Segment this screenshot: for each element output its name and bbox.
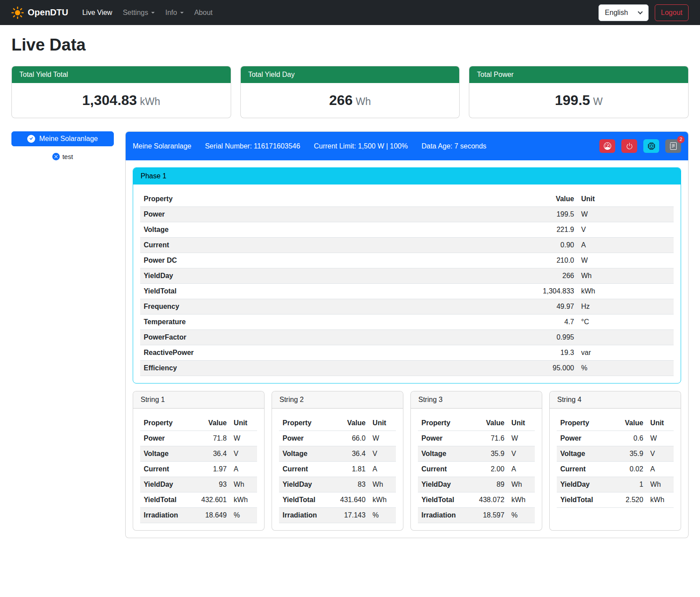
total-yield-day-card: Total Yield Day 266Wh: [240, 66, 460, 118]
table-row: YieldDay266Wh: [140, 268, 674, 284]
brand-label: OpenDTU: [28, 7, 68, 18]
value-cell: 18.597: [469, 508, 508, 523]
inverter-panel-body: Phase 1 Property Value Unit Power199.5WV…: [126, 160, 688, 538]
property-cell: Current: [557, 462, 608, 477]
column-header-property: Property: [140, 192, 497, 207]
value-cell: 1,304.833: [497, 284, 577, 299]
device-info-button[interactable]: [643, 139, 659, 153]
value-cell: 0.6: [608, 431, 647, 446]
inverter-sidebar: Meine Solaranlage test: [11, 131, 114, 160]
value-cell: 266: [497, 268, 577, 284]
column-header-unit: Unit: [508, 416, 535, 431]
event-log-button[interactable]: 2: [665, 139, 681, 153]
card-body: 1,304.83kWh: [12, 83, 231, 118]
table-row: Voltage36.4V: [279, 446, 396, 462]
property-cell: YieldTotal: [418, 492, 469, 508]
unit-cell: W: [577, 253, 674, 268]
column-header-value: Value: [608, 416, 647, 431]
property-cell: YieldTotal: [557, 492, 608, 508]
table-row: Power71.8W: [140, 431, 257, 446]
test-label: test: [62, 153, 73, 160]
unit-cell: V: [230, 446, 257, 462]
content: Meine Solaranlage test Meine Solaranlage…: [11, 131, 689, 538]
cpu-icon: [648, 142, 655, 150]
test-item[interactable]: test: [11, 153, 114, 160]
column-header-value: Value: [497, 192, 577, 207]
nav-right: English Logout: [598, 4, 689, 21]
value-cell: 36.4: [192, 446, 230, 462]
property-cell: YieldDay: [279, 477, 330, 492]
string-body: Property Value Unit Power71.6WVoltage35.…: [411, 409, 542, 530]
nav-about[interactable]: About: [189, 5, 218, 20]
data-age: Data Age: 7 seconds: [421, 142, 486, 150]
inverter-select-button[interactable]: Meine Solaranlage: [11, 131, 114, 146]
column-header-property: Property: [418, 416, 469, 431]
phase-card: Phase 1 Property Value Unit Power199.5WV…: [133, 167, 681, 384]
nav-info[interactable]: Info: [160, 5, 189, 20]
phase-table: Property Value Unit Power199.5WVoltage22…: [140, 192, 674, 376]
string-table-body: Power0.6WVoltage35.9VCurrent0.02AYieldDa…: [557, 431, 674, 508]
nav-settings[interactable]: Settings: [117, 5, 160, 20]
table-header-row: Property Value Unit: [140, 416, 257, 431]
table-row: Voltage36.4V: [140, 446, 257, 462]
unit-cell: A: [230, 462, 257, 477]
property-cell: Voltage: [557, 446, 608, 462]
value-cell: 2.00: [469, 462, 508, 477]
string-table: Property Value Unit Power0.6WVoltage35.9…: [557, 416, 674, 508]
card-title: Total Power: [469, 66, 688, 83]
language-value: English: [605, 9, 628, 17]
nav-info-label: Info: [165, 9, 177, 17]
unit-cell: %: [508, 508, 535, 523]
card-unit: Wh: [355, 96, 371, 107]
unit-cell: V: [369, 446, 396, 462]
property-cell: Power DC: [140, 253, 497, 268]
unit-cell: A: [577, 238, 674, 253]
inverter-name: Meine Solaranlage: [133, 142, 191, 150]
language-select[interactable]: English: [598, 4, 649, 21]
table-row: Frequency49.97Hz: [140, 299, 674, 315]
table-row: PowerFactor0.995: [140, 330, 674, 345]
chevron-down-icon: [638, 9, 642, 14]
sun-icon: [11, 7, 24, 19]
value-cell: 66.0: [330, 431, 369, 446]
nav-live-view[interactable]: Live View: [77, 5, 117, 20]
brand[interactable]: OpenDTU: [11, 7, 68, 19]
table-row: Irradiation17.143%: [279, 508, 396, 523]
logout-button[interactable]: Logout: [655, 4, 689, 21]
string-2-card: String 2 Property Value Unit: [272, 391, 403, 531]
unit-cell: W: [369, 431, 396, 446]
column-header-unit: Unit: [230, 416, 257, 431]
event-count-badge: 2: [677, 136, 685, 143]
column-header-value: Value: [192, 416, 230, 431]
unit-cell: Wh: [369, 477, 396, 492]
string-title: String 4: [550, 391, 681, 409]
value-cell: 438.072: [469, 492, 508, 508]
table-row: Voltage35.9V: [557, 446, 674, 462]
navbar: OpenDTU Live View Settings Info About En…: [0, 0, 700, 25]
limit-settings-button[interactable]: [599, 139, 615, 153]
value-cell: 19.3: [497, 345, 577, 361]
property-cell: Voltage: [140, 446, 192, 462]
table-row: Power66.0W: [279, 431, 396, 446]
property-cell: Current: [418, 462, 469, 477]
table-row: Current1.97A: [140, 462, 257, 477]
property-cell: YieldTotal: [140, 492, 192, 508]
table-row: Current0.90A: [140, 238, 674, 253]
table-row: YieldTotal1,304.833kWh: [140, 284, 674, 299]
total-yield-total-card: Total Yield Total 1,304.83kWh: [11, 66, 231, 118]
nav-links: Live View Settings Info About: [77, 5, 218, 20]
table-row: Power0.6W: [557, 431, 674, 446]
table-row: Power199.5W: [140, 207, 674, 222]
power-toggle-button[interactable]: [621, 139, 637, 153]
card-unit: W: [593, 96, 603, 107]
current-limit: Current Limit: 1,500 W | 100%: [314, 142, 408, 150]
table-row: Irradiation18.597%: [418, 508, 535, 523]
string-title: String 2: [272, 391, 403, 409]
value-cell: 49.97: [497, 299, 577, 315]
unit-cell: °C: [577, 315, 674, 330]
table-row: ReactivePower19.3var: [140, 345, 674, 361]
card-title: Total Yield Total: [12, 66, 231, 83]
property-cell: YieldDay: [557, 477, 608, 492]
power-icon: [626, 142, 633, 150]
value-cell: 1.81: [330, 462, 369, 477]
